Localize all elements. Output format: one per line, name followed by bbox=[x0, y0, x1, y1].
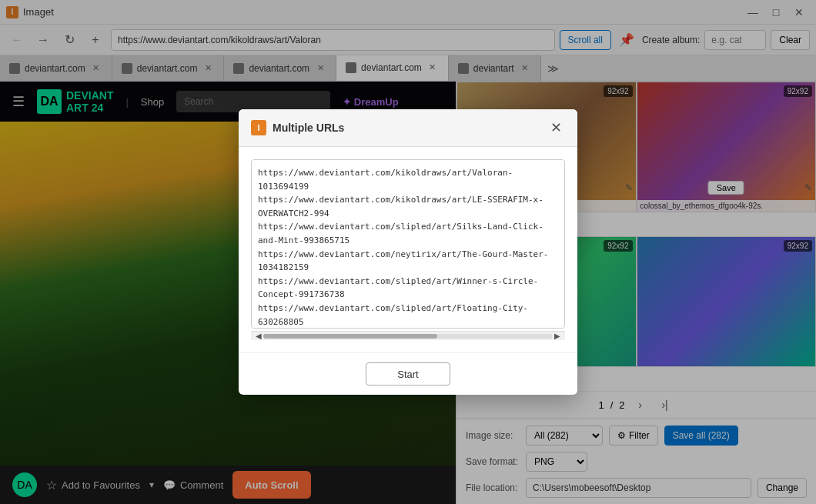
scroll-left-arrow[interactable]: ◀ bbox=[254, 332, 263, 341]
modal-icon: I bbox=[251, 120, 266, 135]
scroll-thumb[interactable] bbox=[263, 334, 437, 339]
scroll-right-arrow[interactable]: ▶ bbox=[553, 332, 562, 341]
modal-title-area: I Multiple URLs bbox=[251, 120, 344, 135]
modal-header: I Multiple URLs ✕ bbox=[239, 109, 577, 147]
modal-title: Multiple URLs bbox=[273, 122, 344, 134]
start-button[interactable]: Start bbox=[366, 362, 450, 386]
modal-scroll-area: ◀ ▶ bbox=[251, 159, 565, 340]
modal-body: ◀ ▶ bbox=[239, 147, 577, 352]
modal-footer: Start bbox=[239, 352, 577, 395]
modal-overlay: I Multiple URLs ✕ ◀ ▶ Start bbox=[0, 0, 816, 504]
modal-close-button[interactable]: ✕ bbox=[547, 118, 565, 137]
urls-textarea[interactable] bbox=[251, 159, 565, 329]
horizontal-scrollbar[interactable]: ◀ ▶ bbox=[251, 331, 565, 340]
scroll-track bbox=[263, 334, 553, 339]
multiple-urls-modal: I Multiple URLs ✕ ◀ ▶ Start bbox=[239, 109, 577, 395]
